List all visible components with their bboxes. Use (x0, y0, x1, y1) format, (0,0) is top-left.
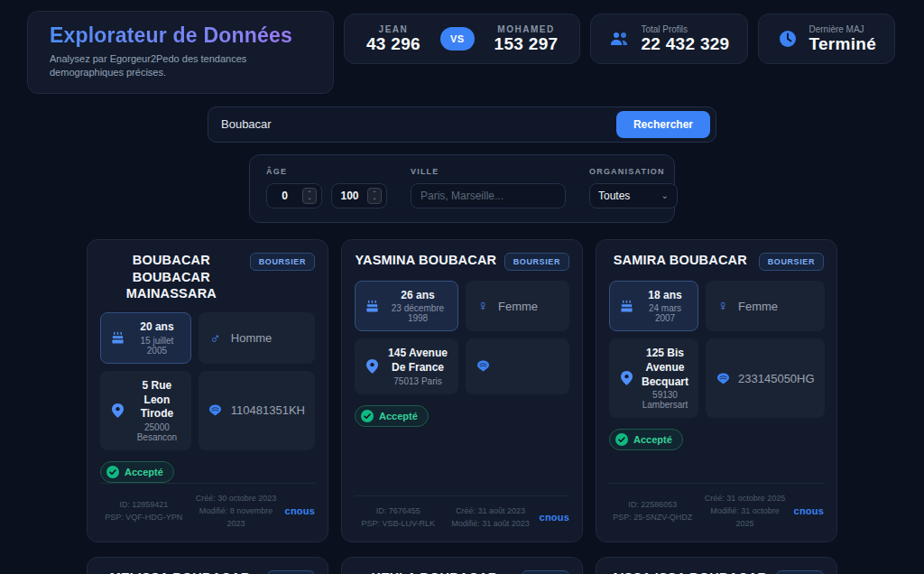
card-header: MELISSA BOUBACAR KADRI JEUNE (100, 569, 315, 574)
address-tile: 125 Bis Avenue Becquart 59130 Lambersart (609, 338, 698, 418)
age-tile: 26 ans 23 décembre 1998 (355, 281, 458, 332)
age-text: 20 ans 15 juillet 2005 (133, 320, 181, 356)
cards-grid: BOUBACAR BOUBACAR MAINASSARA BOURSIER 20… (0, 239, 924, 574)
versus-right-name: MOHAMED (494, 24, 559, 34)
check-circle-icon (106, 466, 119, 478)
birthdate-value: 23 décembre 1998 (387, 303, 448, 323)
vs-badge: VS (440, 27, 475, 51)
ine-tile (466, 338, 569, 393)
map-pin-icon (365, 359, 379, 374)
age-tile: 20 ans 15 juillet 2005 (100, 312, 191, 364)
age-tile: 18 ans 24 mars 2007 (609, 281, 698, 332)
search-input[interactable] (221, 117, 607, 131)
map-pin-icon (110, 403, 125, 418)
status-badge: BOURSIER (250, 253, 315, 271)
cnous-logo: cnous (285, 505, 315, 516)
profile-card: BOUBACAR BOUBACAR MAINASSARA BOURSIER 20… (87, 239, 328, 542)
id-icon (476, 360, 490, 372)
filters-panel: ÂGE 0 ⌃⌄ 100 ⌃⌄ VILLE ORGANISATION Toute… (249, 154, 675, 223)
acceptance-badge: Accepté (609, 429, 683, 450)
ine-tile: 110481351KH (199, 371, 315, 450)
footer-dates: Créé: 30 octobre 2023 Modifié: 8 novembr… (192, 492, 279, 531)
search-button[interactable]: Rechercher (616, 111, 710, 138)
city-filter-label: VILLE (411, 167, 566, 176)
footer-modified-line: Modifié: 8 novembre 2023 (192, 505, 279, 531)
birthday-cake-icon (110, 331, 125, 345)
ine-value: 233145050HG (738, 372, 815, 385)
page-subtitle: Analysez par Egorgeur2Pedo des tendances… (50, 52, 311, 80)
city-filter-group: VILLE (411, 167, 566, 208)
age-inputs: 0 ⌃⌄ 100 ⌃⌄ (266, 183, 387, 208)
total-profiles-value: 22 432 329 (641, 34, 729, 54)
address-text: 145 Avenue De France 75013 Paris (387, 347, 448, 385)
last-update-value: Terminé (808, 34, 876, 54)
age-min-stepper[interactable]: ⌃⌄ (302, 188, 317, 204)
age-text: 26 ans 23 décembre 1998 (387, 289, 448, 324)
header: Explorateur de Données Analysez par Egor… (0, 0, 924, 94)
profile-tiles: 20 ans 15 juillet 2005 ♂ Homme 5 Rue Leo… (100, 312, 315, 449)
footer-ids: ID: 22586053 PSP: 25-SNZV-QHDZ (609, 498, 696, 524)
status-badge: JEUNE (522, 570, 569, 574)
footer-psp-line: PSP: VSB-LUV-RLK (355, 517, 441, 530)
card-header: YASMINA BOUBACAR BOURSIER (355, 252, 569, 271)
versus-left-name: JEAN (366, 24, 420, 34)
footer-modified-line: Modifié: 31 août 2023 (447, 517, 533, 530)
profile-card: KEYLA BOUBACAR MOUDIO JEUNE 8 ans 24 jui… (341, 557, 583, 574)
profile-name: BOUBACAR BOUBACAR MAINASSARA (100, 252, 243, 303)
gender-icon: ♀ (716, 298, 730, 314)
profile-tiles: 18 ans 24 mars 2007 ♀ Femme 125 Bis Aven… (609, 281, 824, 418)
last-update-text: Dernière MAJ Terminé (808, 24, 876, 54)
versus-right-value: 153 297 (494, 34, 559, 54)
users-icon (609, 28, 631, 50)
age-max-stepper[interactable]: ⌃⌄ (367, 188, 382, 204)
address-tile: 5 Rue Leon Tirode 25000 Besancon (100, 371, 191, 450)
gender-tile: ♂ Homme (199, 312, 315, 364)
id-icon (716, 373, 730, 384)
footer-created-line: Créé: 30 octobre 2023 (192, 492, 279, 505)
footer-created-line: Créé: 31 août 2023 (447, 505, 533, 517)
gender-value: Homme (231, 331, 273, 345)
profile-card: AISSA ISSA BOUBACAR JEUNE 17 ans 28 octo… (596, 557, 837, 574)
cnous-logo: cnous (794, 505, 824, 516)
card-header: SAMIRA BOUBACAR BOURSIER (609, 252, 824, 271)
street-value: 145 Avenue De France (387, 347, 448, 375)
versus-left: JEAN 43 296 (366, 24, 420, 54)
gender-value: Femme (738, 300, 778, 313)
age-filter-label: ÂGE (266, 167, 387, 176)
birthday-cake-icon (619, 300, 633, 313)
acceptance-badge: Accepté (100, 461, 174, 483)
status-badge: JEUNE (267, 570, 315, 574)
city-value: 25000 Besancon (133, 422, 181, 442)
profile-name: YASMINA BOUBACAR (355, 252, 497, 269)
total-profiles-card: Total Profils 22 432 329 (590, 14, 748, 64)
gender-icon: ♀ (476, 298, 490, 314)
birthday-cake-icon (365, 300, 379, 313)
profile-name: SAMIRA BOUBACAR (609, 252, 752, 269)
age-max-value: 100 (332, 190, 367, 202)
city-input[interactable] (411, 183, 566, 208)
total-profiles-text: Total Profils 22 432 329 (641, 24, 729, 54)
card-footer: ID: 12859421 PSP: VQF-HDG-YPN Créé: 30 o… (100, 483, 315, 531)
organisation-select[interactable]: Toutes ⌄ (589, 183, 678, 208)
chevron-down-icon: ⌄ (661, 190, 669, 200)
age-filter-group: ÂGE 0 ⌃⌄ 100 ⌃⌄ (266, 167, 387, 208)
page-title: Explorateur de Données (50, 23, 292, 48)
versus-card: JEAN 43 296 VS MOHAMED 153 297 (344, 14, 580, 64)
street-value: 125 Bis Avenue Becquart (642, 347, 688, 389)
versus-right: MOHAMED 153 297 (494, 24, 559, 54)
footer-id-line: ID: 12859421 (100, 498, 187, 511)
chevron-down-icon: ⌄ (372, 196, 376, 200)
profile-tiles: 26 ans 23 décembre 1998 ♀ Femme 145 Aven… (355, 281, 569, 394)
organisation-filter-label: ORGANISATION (589, 167, 678, 176)
clock-icon (777, 28, 799, 50)
footer-dates: Créé: 31 août 2023 Modifié: 31 août 2023 (447, 505, 533, 531)
age-max-input[interactable]: 100 ⌃⌄ (331, 183, 387, 208)
age-min-value: 0 (267, 190, 302, 202)
ine-value: 110481351KH (231, 403, 305, 417)
city-value: 75013 Paris (387, 376, 448, 386)
age-min-input[interactable]: 0 ⌃⌄ (266, 183, 322, 208)
profile-name: AISSA ISSA BOUBACAR (609, 569, 769, 574)
gender-tile: ♀ Femme (466, 281, 569, 332)
profile-name: KEYLA BOUBACAR MOUDIO (355, 569, 514, 574)
age-value: 18 ans (642, 289, 688, 303)
